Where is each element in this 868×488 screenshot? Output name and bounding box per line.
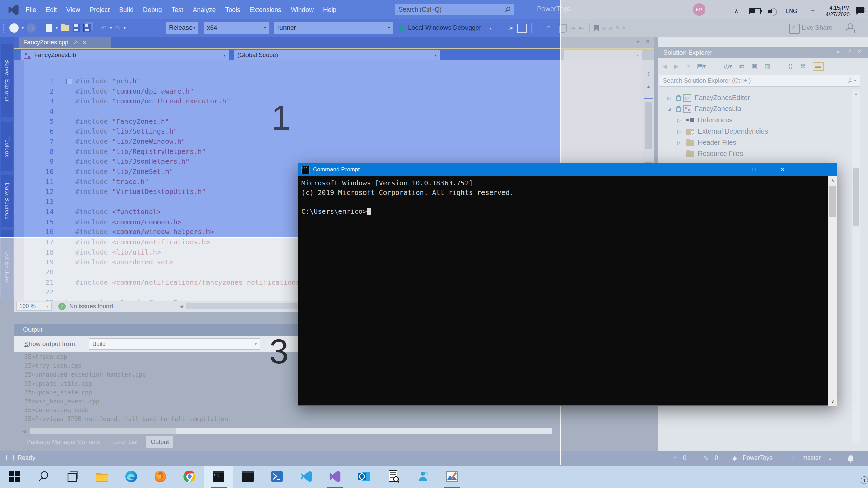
taskbar-people-app-button[interactable] (408, 466, 437, 488)
menu-analyze[interactable]: Analyze (188, 6, 221, 14)
solution-explorer-title[interactable]: Solution Explorer (658, 47, 868, 58)
tree-item-fancyzoneseditor[interactable]: ▷C#FancyZonesEditor (667, 92, 750, 103)
taskbar-task-view-button[interactable] (58, 466, 87, 488)
code-line-6[interactable]: 6#include "lib/Settings.h" (14, 126, 643, 136)
platform-combo[interactable]: x64▾ (203, 22, 270, 34)
indent-icon[interactable]: ⇥ (570, 24, 576, 32)
tab-fancyzones-cpp[interactable]: FancyZones.cpp ⊤ ✕ (19, 37, 111, 48)
menu-build[interactable]: Build (114, 6, 138, 14)
language-indicator[interactable]: ENG (782, 0, 801, 22)
menu-help[interactable]: Help (318, 6, 341, 14)
task-list-icon[interactable]: ≡ (546, 24, 550, 32)
navigate-back-caret[interactable]: ▾ (22, 26, 24, 30)
code-line-3[interactable]: 3#include "common/on_thread_executor.h" (14, 96, 643, 106)
taskbar-paint-button[interactable] (437, 466, 467, 488)
zoom-level-dropdown[interactable]: 100 %▾ (16, 302, 52, 311)
taskbar-powershell-button[interactable] (262, 466, 292, 488)
taskbar-visual-studio-button[interactable] (321, 466, 350, 488)
view-code-icon[interactable]: ⟨⟩ (788, 63, 793, 70)
action-center-icon[interactable] (852, 0, 868, 22)
avatar[interactable]: EG (693, 3, 705, 16)
taskbar-chrome-button[interactable] (175, 466, 204, 488)
tree-item-header-files[interactable]: ▷Header Files (677, 137, 736, 148)
back-icon[interactable]: ◀ (663, 63, 667, 70)
menu-edit[interactable]: Edit (41, 6, 62, 14)
side-tab-toolbox[interactable]: Toolbox (1, 122, 13, 171)
sync-with-active-document-icon[interactable]: ⇄ (739, 63, 744, 70)
push-arrow-icon[interactable]: ↑ (673, 454, 676, 462)
editor-gear-icon[interactable]: ⚙ (646, 39, 650, 45)
branch-icon[interactable]: ⑂ (792, 454, 796, 462)
live-share-button[interactable]: Live Share (802, 24, 832, 32)
debug-target-caret[interactable]: ▾ (490, 26, 492, 31)
debug-target-button[interactable]: Local Windows Debugger (408, 24, 481, 32)
branch-name[interactable]: master (802, 454, 821, 462)
tree-item-fancyzoneslib[interactable]: ◢FancyZonesLib (667, 103, 741, 115)
output-source-dropdown[interactable]: Build▾ (89, 338, 260, 350)
cmd-close-button[interactable]: ✕ (768, 163, 796, 176)
collapse-icon[interactable]: − (66, 79, 72, 84)
repository-name[interactable]: PowerToys (743, 454, 772, 462)
open-file-icon[interactable] (61, 25, 70, 31)
side-tab-server-explorer[interactable]: Server Explorer (1, 44, 13, 117)
tree-expander-icon[interactable]: ▷ (677, 140, 686, 145)
volume-icon[interactable] (765, 0, 781, 22)
taskbar-outlook-button[interactable] (350, 466, 379, 488)
outdent-icon[interactable]: ⇤ (579, 24, 585, 32)
show-hidden-icons-chevron[interactable]: ∧ (730, 0, 743, 22)
bell-icon[interactable] (847, 454, 854, 463)
toolbar-drag-handle[interactable] (3, 24, 6, 33)
scroll-up-arrow[interactable]: ▲ (643, 84, 654, 89)
branch-caret-icon[interactable]: ▲ (828, 456, 832, 461)
pending-changes-filter-icon[interactable]: ◷▾ (724, 63, 732, 70)
bookmark-icon[interactable] (594, 25, 599, 32)
side-tab-data-sources[interactable]: Data Sources (1, 175, 13, 227)
solution-explorer-search-box[interactable]: Search Solution Explorer (Ctrl+;) ▾ (659, 75, 860, 87)
start-debugging-icon[interactable] (399, 25, 405, 32)
menu-tools[interactable]: Tools (220, 6, 245, 14)
share-icon[interactable] (789, 24, 800, 34)
outgoing-commits-count[interactable]: 0 (683, 454, 686, 462)
taskbar-firefox-button[interactable] (146, 466, 175, 488)
code-line-8[interactable]: 8#include "lib/RegistryHelpers.h" (14, 146, 643, 157)
tree-expander-icon[interactable]: ◢ (667, 106, 676, 112)
menu-debug[interactable]: Debug (138, 6, 167, 14)
next-bookmark-icon[interactable]: » (609, 24, 613, 32)
bottom-tab-package-manager-console[interactable]: Package Manager Console (22, 436, 104, 448)
menu-project[interactable]: Project (85, 6, 114, 14)
clock[interactable]: 4:15 PM 4/27/2020 (804, 0, 852, 22)
new-file-caret[interactable]: ▾ (56, 26, 58, 30)
taskbar-vscode-button[interactable] (292, 466, 321, 488)
bookmarks-caret[interactable]: ▾ (623, 26, 625, 30)
side-tab-test-explorer[interactable]: Test Explorer (1, 230, 13, 302)
tree-expander-icon[interactable]: ▷ (677, 118, 686, 123)
navigate-forward-icon[interactable]: → (27, 23, 36, 33)
pencil-icon[interactable]: ✎ (703, 454, 708, 462)
taskbar-start-button[interactable] (0, 466, 29, 488)
save-all-icon[interactable] (83, 24, 91, 32)
close-icon[interactable]: ✕ (82, 39, 86, 46)
battery-icon[interactable] (747, 0, 763, 22)
home-icon[interactable]: ⌂ (686, 63, 690, 70)
cmd-maximize-button[interactable]: □ (740, 163, 768, 176)
tree-item-resource-files[interactable]: Resource Files (677, 148, 743, 159)
terminal-content[interactable]: Microsoft Windows [Version 10.0.18363.75… (298, 176, 828, 405)
taskbar-search-button[interactable] (29, 466, 58, 488)
menu-file[interactable]: File (21, 6, 41, 14)
menu-extensions[interactable]: Extensions (245, 6, 286, 14)
redo-caret[interactable]: ▾ (124, 26, 126, 30)
preview-selected-items-icon[interactable]: ▥ (764, 63, 770, 70)
menu-window[interactable]: Window (286, 6, 319, 14)
menu-view[interactable]: View (61, 6, 85, 14)
taskbar-terminal-window-button[interactable] (233, 466, 262, 488)
taskbar-edge-button[interactable] (117, 466, 146, 488)
solution-explorer-scrollbar[interactable]: ▲ (852, 90, 860, 443)
scope-dropdown[interactable]: (Global Scope)▾ (234, 50, 440, 60)
code-line-7[interactable]: 7#include "lib/ZoneWindow.h" (14, 136, 643, 146)
bottom-tab-error-list[interactable]: Error List (109, 436, 142, 448)
attach-to-process-icon[interactable]: ➢ (508, 24, 514, 33)
git-icon[interactable]: ◆ (732, 454, 737, 462)
tree-expander-icon[interactable]: ▷ (677, 129, 686, 134)
properties-icon[interactable]: ⚒ (800, 63, 806, 70)
output-hscroll-thumb[interactable] (30, 428, 176, 434)
